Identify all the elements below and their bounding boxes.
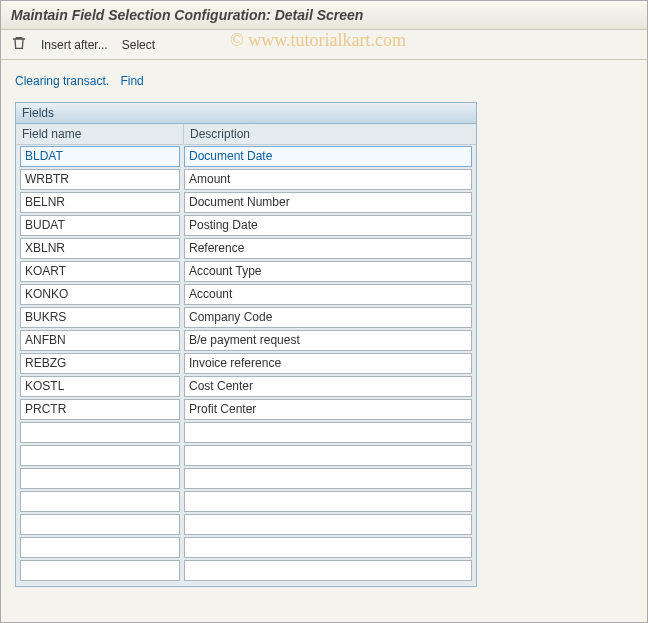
description-input[interactable] <box>184 537 472 558</box>
fieldname-input[interactable]: BUKRS <box>20 307 180 328</box>
table-row[interactable] <box>16 559 476 582</box>
fieldname-input[interactable]: ANFBN <box>20 330 180 351</box>
table-row[interactable]: PRCTRProfit Center <box>16 398 476 421</box>
description-input[interactable] <box>184 560 472 581</box>
description-input[interactable] <box>184 491 472 512</box>
description-input[interactable]: Reference <box>184 238 472 259</box>
fieldname-input[interactable] <box>20 514 180 535</box>
table-row[interactable]: REBZGInvoice reference <box>16 352 476 375</box>
toolbar: Insert after... Select <box>1 30 647 60</box>
col-header-description: Description <box>184 124 476 144</box>
fieldname-input[interactable]: BELNR <box>20 192 180 213</box>
fieldname-input[interactable] <box>20 560 180 581</box>
table-row[interactable]: KOSTLCost Center <box>16 375 476 398</box>
select-button[interactable]: Select <box>122 38 155 52</box>
fieldname-input[interactable]: PRCTR <box>20 399 180 420</box>
description-input[interactable] <box>184 468 472 489</box>
description-input[interactable]: Profit Center <box>184 399 472 420</box>
fieldname-input[interactable]: BUDAT <box>20 215 180 236</box>
table-row[interactable] <box>16 536 476 559</box>
description-input[interactable]: Amount <box>184 169 472 190</box>
find-link[interactable]: Find <box>120 74 143 88</box>
link-row: Clearing transact. Find <box>15 74 633 88</box>
column-headers: Field name Description <box>16 124 476 145</box>
description-input[interactable]: B/e payment request <box>184 330 472 351</box>
description-input[interactable] <box>184 514 472 535</box>
table-row[interactable]: BLDATDocument Date <box>16 145 476 168</box>
description-input[interactable]: Invoice reference <box>184 353 472 374</box>
insert-after-button[interactable]: Insert after... <box>41 38 108 52</box>
description-input[interactable]: Document Number <box>184 192 472 213</box>
fieldname-input[interactable] <box>20 468 180 489</box>
description-input[interactable]: Posting Date <box>184 215 472 236</box>
fieldname-input[interactable]: KOSTL <box>20 376 180 397</box>
fieldname-input[interactable]: KONKO <box>20 284 180 305</box>
trash-icon <box>11 35 27 54</box>
rows-container: BLDATDocument DateWRBTRAmountBELNRDocume… <box>16 145 476 586</box>
description-input[interactable] <box>184 445 472 466</box>
table-row[interactable] <box>16 490 476 513</box>
fieldname-input[interactable]: REBZG <box>20 353 180 374</box>
page-title: Maintain Field Selection Configuration: … <box>1 1 647 30</box>
fieldname-input[interactable] <box>20 537 180 558</box>
fieldname-input[interactable] <box>20 491 180 512</box>
col-header-fieldname: Field name <box>16 124 184 144</box>
delete-button[interactable] <box>11 35 27 54</box>
fieldname-input[interactable]: KOART <box>20 261 180 282</box>
table-row[interactable]: WRBTRAmount <box>16 168 476 191</box>
table-row[interactable] <box>16 467 476 490</box>
description-input[interactable]: Account Type <box>184 261 472 282</box>
table-row[interactable]: XBLNRReference <box>16 237 476 260</box>
fieldname-input[interactable]: BLDAT <box>20 146 180 167</box>
fields-panel: Fields Field name Description BLDATDocum… <box>15 102 477 587</box>
fieldname-input[interactable]: XBLNR <box>20 238 180 259</box>
table-row[interactable] <box>16 444 476 467</box>
content-area: Clearing transact. Find Fields Field nam… <box>1 60 647 601</box>
panel-title: Fields <box>16 103 476 124</box>
table-row[interactable]: ANFBNB/e payment request <box>16 329 476 352</box>
table-row[interactable] <box>16 513 476 536</box>
description-input[interactable]: Document Date <box>184 146 472 167</box>
description-input[interactable]: Account <box>184 284 472 305</box>
table-row[interactable]: BELNRDocument Number <box>16 191 476 214</box>
table-row[interactable]: BUKRSCompany Code <box>16 306 476 329</box>
fieldname-input[interactable] <box>20 422 180 443</box>
table-row[interactable]: BUDATPosting Date <box>16 214 476 237</box>
fieldname-input[interactable] <box>20 445 180 466</box>
fieldname-input[interactable]: WRBTR <box>20 169 180 190</box>
table-row[interactable]: KOARTAccount Type <box>16 260 476 283</box>
table-row[interactable]: KONKOAccount <box>16 283 476 306</box>
description-input[interactable]: Company Code <box>184 307 472 328</box>
clearing-transact-link[interactable]: Clearing transact. <box>15 74 109 88</box>
table-row[interactable] <box>16 421 476 444</box>
description-input[interactable]: Cost Center <box>184 376 472 397</box>
description-input[interactable] <box>184 422 472 443</box>
